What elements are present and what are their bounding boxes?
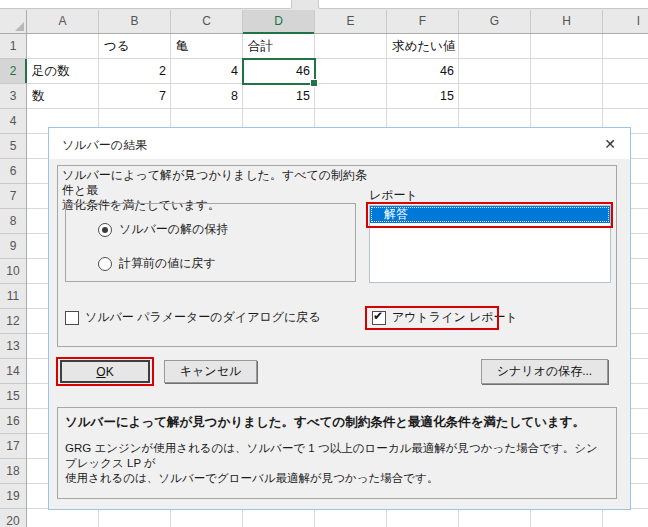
close-icon[interactable]: ✕ (601, 135, 619, 153)
dialog-title: ソルバーの結果 (62, 137, 147, 154)
row-header-3[interactable]: 3 (0, 84, 26, 109)
radio-option-1[interactable]: 計算前の値に戻す (98, 256, 216, 271)
row-header-11[interactable]: 11 (0, 284, 26, 309)
cell-B2[interactable]: 2 (100, 59, 171, 83)
fill-handle[interactable] (310, 79, 318, 87)
select-all-corner[interactable] (0, 10, 27, 34)
column-header-I[interactable]: I (603, 10, 648, 33)
cell-B3[interactable]: 7 (100, 84, 171, 108)
row-header-7[interactable]: 7 (0, 184, 26, 209)
checkbox-outline-report[interactable]: ✔ アウトライン レポート (372, 310, 518, 325)
column-header-G[interactable]: G (459, 10, 531, 33)
row-header-6[interactable]: 6 (0, 159, 26, 184)
solver-message-line1: ソルバーによって解が見つかりました。すべての制約条件と最 (62, 168, 372, 198)
cell-A3[interactable]: 数 (28, 84, 45, 108)
radio-option-label: 計算前の値に戻す (119, 255, 216, 272)
name-box[interactable] (0, 0, 292, 9)
formula-input[interactable] (318, 0, 648, 9)
cell-D3[interactable]: 15 (244, 84, 315, 108)
row-header-14[interactable]: 14 (0, 359, 26, 384)
row-header-5[interactable]: 5 (0, 134, 26, 159)
column-header-E[interactable]: E (315, 10, 387, 33)
checkbox-outline-label: アウトライン レポート (392, 309, 518, 326)
cell-B1[interactable]: つる (100, 34, 130, 58)
cell-F1[interactable]: 求めたい値 (388, 34, 455, 58)
row-header-20[interactable]: 20 (0, 509, 26, 527)
selected-cell-outline (242, 58, 316, 85)
result-desc-line2: 使用されるのは、ソルバーでグローバル最適解が見つかった場合です。 (65, 471, 605, 486)
cell-C3[interactable]: 8 (172, 84, 243, 108)
row-header-12[interactable]: 12 (0, 309, 26, 334)
row-header-1[interactable]: 1 (0, 34, 26, 59)
row-header-16[interactable]: 16 (0, 409, 26, 434)
report-item-selected[interactable]: 解答 (370, 206, 610, 223)
dialog-titlebar[interactable]: ソルバーの結果 ✕ (49, 128, 630, 159)
cell-F3[interactable]: 15 (388, 84, 459, 108)
row-header-13[interactable]: 13 (0, 334, 26, 359)
column-header-D[interactable]: D (243, 10, 315, 33)
reports-label: レポート (369, 187, 418, 204)
cell-A2[interactable]: 足の数 (28, 59, 70, 83)
radio-button-icon[interactable] (98, 223, 112, 237)
radio-option-0[interactable]: ソルバーの解の保持 (98, 222, 228, 237)
row-header-17[interactable]: 17 (0, 434, 26, 459)
column-header-F[interactable]: F (387, 10, 459, 33)
checkbox-return-box[interactable] (65, 311, 79, 325)
checkbox-return-to-dialog[interactable]: ソルバー パラメーターのダイアログに戻る (65, 310, 321, 325)
row-header-19[interactable]: 19 (0, 484, 26, 509)
result-bold-text: ソルバーによって解が見つかりました。すべての制約条件と最適化条件を満たしています… (65, 414, 610, 431)
row-header-8[interactable]: 8 (0, 209, 26, 234)
column-header-H[interactable]: H (531, 10, 603, 33)
row-header-2[interactable]: 2 (0, 59, 26, 84)
cell-C2[interactable]: 4 (172, 59, 243, 83)
column-header-B[interactable]: B (99, 10, 171, 33)
row-header-18[interactable]: 18 (0, 459, 26, 484)
cell-D1[interactable]: 合計 (244, 34, 273, 58)
cell-F2[interactable]: 46 (388, 59, 459, 83)
row-header-9[interactable]: 9 (0, 234, 26, 259)
row-header-10[interactable]: 10 (0, 259, 26, 284)
radio-button-icon[interactable] (98, 257, 112, 271)
row-header-15[interactable]: 15 (0, 384, 26, 409)
formula-bar (0, 0, 648, 10)
save-scenario-button[interactable]: シナリオの保存... (481, 359, 608, 384)
excel-window: ABCDEFGHI 123456789101112131415161718192… (0, 0, 648, 527)
result-desc-line1: GRG エンジンが使用されるのは、ソルバーで 1 つ以上のローカル最適解が見つか… (65, 441, 605, 471)
solver-results-dialog: ソルバーの結果 ✕ ソルバーによって解が見つかりました。すべての制約条件と最 適… (48, 127, 631, 510)
check-mark: ✔ (373, 309, 383, 323)
result-description-text: GRG エンジンが使用されるのは、ソルバーで 1 つ以上のローカル最適解が見つか… (65, 441, 605, 486)
cancel-button[interactable]: キャンセル (164, 360, 257, 383)
row-header-4[interactable]: 4 (0, 109, 26, 134)
row-headers: 1234567891011121314151617181920 (0, 34, 27, 527)
checkbox-outline-box[interactable]: ✔ (372, 311, 386, 325)
ok-button[interactable]: OK (60, 360, 150, 383)
column-header-A[interactable]: A (27, 10, 99, 33)
cell-C1[interactable]: 亀 (172, 34, 189, 58)
column-header-C[interactable]: C (171, 10, 243, 33)
column-headers: ABCDEFGHI (27, 10, 648, 34)
checkbox-return-label: ソルバー パラメーターのダイアログに戻る (85, 309, 321, 326)
radio-option-label: ソルバーの解の保持 (119, 221, 228, 238)
reports-listbox[interactable]: 解答 (369, 205, 611, 283)
